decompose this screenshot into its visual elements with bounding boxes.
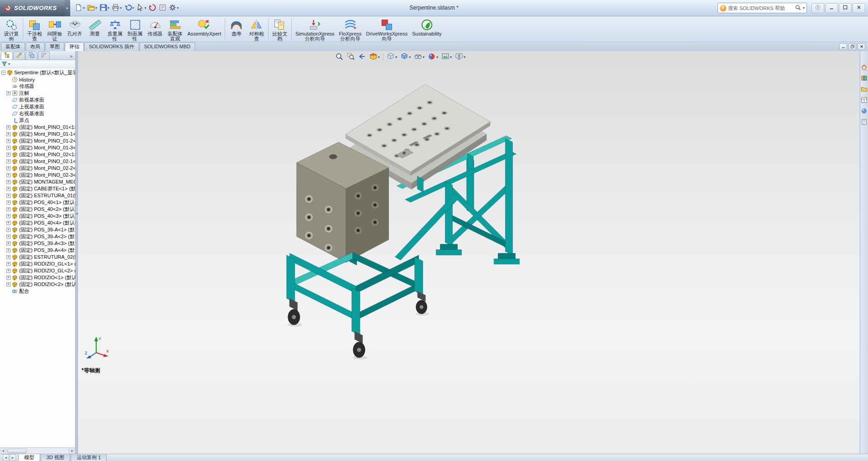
expand-icon[interactable]: + [6,180,10,184]
tab-SOLIDWORKS 插件[interactable]: SOLIDWORKS 插件 [84,42,139,51]
tree-item[interactable]: +(固定) POS_39-A<4> (默认 [1,247,75,254]
taskpane-design-library[interactable] [861,75,868,82]
ribbon-button-compare-documents[interactable]: 比较文档 [270,17,290,41]
expand-icon[interactable]: + [6,214,10,218]
file-properties-button[interactable] [158,3,167,14]
dropdown-arrow-icon[interactable]: ▾ [450,55,452,59]
tree-item[interactable]: +(固定) POS_40<1> (默认< [1,199,75,206]
expand-icon[interactable]: + [6,228,10,232]
tab-装配体[interactable]: 装配体 [1,42,25,51]
dropdown-arrow-icon[interactable]: ▾ [95,6,97,10]
taskpane-custom-properties[interactable] [861,118,868,125]
dropdown-arrow-icon[interactable]: ▾ [395,55,397,59]
dropdown-arrow-icon[interactable]: ▾ [378,55,380,59]
expand-icon[interactable]: + [6,146,10,150]
view-tab-模型[interactable]: 模型 [18,454,40,461]
tree-item[interactable]: +(固定) POS_40<2> (默认< [1,206,75,213]
expand-icon[interactable]: + [6,139,10,143]
expand-icon[interactable]: + [6,173,10,177]
hide-show-items-button[interactable]: ▾ [413,52,425,62]
select-button[interactable]: ▾ [135,3,147,14]
apply-scene-button[interactable]: ▾ [440,52,453,62]
dropdown-arrow-icon[interactable]: ▾ [409,55,411,59]
taskpane-solidworks-resources[interactable] [861,64,868,71]
view-settings-button[interactable]: ▾ [454,52,466,62]
ribbon-button-symmetry-check[interactable]: 对称检查 [247,17,267,41]
help-button[interactable]: ? [811,3,824,13]
tree-item[interactable]: +(固定) POS_39-A<3> (默认 [1,240,75,247]
doc-restore-button[interactable] [848,43,856,50]
collapse-icon[interactable]: − [1,71,5,75]
hscroll-track[interactable] [6,448,69,454]
model-cart-frame[interactable] [287,252,423,335]
open-button[interactable]: ▾ [86,3,98,14]
doc-close-button[interactable] [858,43,865,50]
panel-tab-propertymanager[interactable] [13,51,25,60]
expand-icon[interactable]: + [6,194,10,198]
tab-SOLIDWORKS MBD[interactable]: SOLIDWORKS MBD [140,42,195,51]
expand-icon[interactable]: + [6,235,10,239]
expand-icon[interactable]: + [6,269,10,273]
tree-item[interactable]: −Serpentine (默认<默认_显示状 [1,69,75,76]
tab-草图[interactable]: 草图 [45,42,64,51]
dropdown-arrow-icon[interactable]: ▾ [132,6,134,10]
dropdown-arrow-icon[interactable]: ▾ [436,55,438,59]
tree-item[interactable]: +(固定) Mont_PINO_02<1> [1,151,75,158]
taskpane-file-explorer[interactable] [861,86,868,92]
expand-icon[interactable]: + [6,221,10,225]
search-icon[interactable] [795,5,801,12]
ribbon-button-assemblyxpert[interactable]: AssemblyXpert [185,17,223,41]
ribbon-button-design-study[interactable]: 设计算例▾ [1,17,21,41]
expand-icon[interactable]: + [6,125,10,129]
hscroll-thumb[interactable] [7,449,26,453]
view-tab-运动算例 1[interactable]: 运动算例 1 [71,454,107,461]
dropdown-arrow-icon[interactable]: ▾ [83,6,85,10]
zoom-to-area-button[interactable] [346,52,356,62]
tree-item[interactable]: +(固定) ESTRUTURA_02(Def [1,254,75,261]
tree-item[interactable]: 右视基准面 [1,110,75,117]
tree-item[interactable]: +(固定) Mont_PINO_01-3<1 [1,144,75,151]
motion-tab-scroll-left-icon[interactable]: ◂ [3,454,9,461]
tree-item[interactable]: +(固定) Mont_PINO_02-2<1 [1,165,75,172]
minimize-button[interactable] [825,3,838,13]
search-input[interactable] [728,5,793,11]
tree-item[interactable]: History [1,76,75,83]
dropdown-arrow-icon[interactable]: ▾ [120,6,122,10]
search-dropdown-icon[interactable]: ▾ [803,6,805,10]
tree-item[interactable]: 前视基准面 [1,97,75,103]
doc-minimize-button[interactable] [839,43,847,50]
panel-tabs-overflow[interactable]: » [68,53,74,60]
view-orientation-button[interactable]: ▾ [386,52,398,62]
motion-tab-scroll-right-icon[interactable]: ▸ [10,454,16,461]
menu-expand-arrow-icon[interactable]: ▸ [65,0,70,16]
expand-icon[interactable]: + [6,200,10,205]
new-document-button[interactable]: ▾ [74,3,86,14]
ribbon-button-sustainability[interactable]: Sustainability [410,17,444,41]
ribbon-button-assembly-visualization[interactable]: 装配体直观 [165,17,185,41]
panel-tab-configurationmanager[interactable] [26,51,37,60]
expand-icon[interactable]: + [6,282,10,287]
tree-item[interactable]: +(固定) Mont_PINO_01<1> [1,124,75,131]
tree-item[interactable]: +(固定) Mont_PINO_01-2<1 [1,138,75,144]
tree-item[interactable]: 上视基准面 [1,103,75,110]
ribbon-button-interference[interactable]: 干涉检查 [25,17,45,41]
expand-icon[interactable]: + [6,262,10,266]
rebuild-button[interactable] [148,3,157,14]
dropdown-arrow-icon[interactable]: ▾ [423,55,424,59]
model-gearbox[interactable] [297,142,389,265]
ribbon-button-curvature[interactable]: 曲率 [227,17,247,41]
tree-filter[interactable]: ▾ [0,60,75,68]
panel-hscrollbar[interactable]: ◂ ▸ [0,447,75,454]
hscroll-left-icon[interactable]: ◂ [0,448,6,454]
save-button[interactable]: ▾ [98,3,110,14]
expand-icon[interactable]: + [6,255,10,259]
ribbon-button-simulationxpress[interactable]: SimulationXpress分析向导 [293,17,337,41]
filter-dropdown-icon[interactable]: ▾ [8,62,10,66]
expand-icon[interactable]: + [6,153,10,157]
close-button[interactable] [852,3,865,13]
tree-item[interactable]: 原点 [1,117,75,124]
tree-item[interactable]: +(固定) RODIZIO<1> (默认< [1,274,75,281]
expand-icon[interactable]: + [6,248,10,252]
ribbon-button-mass-properties[interactable]: 质量属性 [105,17,125,41]
dropdown-arrow-icon[interactable]: ▾ [145,6,146,10]
